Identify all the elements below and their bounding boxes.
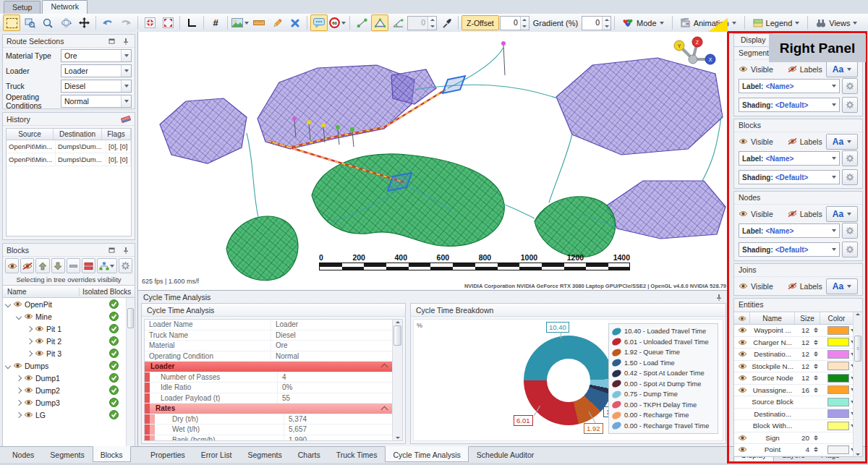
background-image-button[interactable] xyxy=(231,14,250,31)
entity-row-block-with[interactable]: Block With... xyxy=(734,420,862,432)
size-spinner[interactable] xyxy=(811,351,820,357)
gear-button[interactable] xyxy=(842,223,858,239)
redo-button[interactable] xyxy=(117,14,135,31)
block-green-left[interactable] xyxy=(226,216,298,281)
isolated-blocks-column-header[interactable]: Isolated Blocks xyxy=(79,288,135,296)
restore-window-icon[interactable] xyxy=(106,36,117,46)
chevron-down-icon[interactable] xyxy=(121,95,131,107)
expander-icon[interactable] xyxy=(16,387,22,393)
size-spinner[interactable] xyxy=(811,447,820,452)
gear-button[interactable] xyxy=(842,242,858,257)
tab-truck-times[interactable]: Truck Times xyxy=(328,447,386,462)
measure-button[interactable] xyxy=(250,14,268,31)
z-offset-button[interactable]: Z-Offset xyxy=(461,15,499,30)
entities-header[interactable]: Name Size Color xyxy=(734,312,862,325)
z-offset-spinner[interactable]: 0 xyxy=(500,16,529,30)
eye-icon[interactable] xyxy=(24,411,33,419)
color-swatch[interactable] xyxy=(827,374,849,383)
isolate-blocks-button[interactable] xyxy=(82,258,95,273)
segment-button[interactable] xyxy=(353,14,370,31)
axis-gizmo[interactable]: Y Z X xyxy=(671,36,716,75)
views-menu[interactable]: Views xyxy=(811,15,862,30)
eye-icon[interactable] xyxy=(734,327,750,333)
font-button[interactable]: Aa xyxy=(826,61,858,77)
tab-error-list[interactable]: Error List xyxy=(193,447,240,462)
eye-icon[interactable] xyxy=(734,375,750,381)
restore-window-icon[interactable] xyxy=(106,245,117,255)
chevron-down-icon[interactable] xyxy=(121,65,131,77)
viewport-3d[interactable]: Y Z X 0200400600800100012001400 625 fps … xyxy=(138,32,729,290)
size-spinner[interactable] xyxy=(811,340,820,345)
tab-network[interactable]: Network xyxy=(42,0,88,14)
eraser-icon[interactable] xyxy=(120,114,131,124)
field-dropdown[interactable]: Ore xyxy=(61,49,132,62)
history-column-header[interactable]: Destination xyxy=(54,129,102,140)
grid-row-material[interactable]: MaterialOre xyxy=(145,341,393,351)
tab-setup[interactable]: Setup xyxy=(4,1,41,14)
tree-item-dump1[interactable]: Dump1 xyxy=(3,372,135,384)
entity-row-waypoint[interactable]: Waypoint ...12 xyxy=(734,325,862,337)
blocks-column-headers[interactable]: Name Isolated Blocks xyxy=(3,285,135,298)
grid-row-number-of-passes[interactable]: Number of Passes4 xyxy=(145,372,393,383)
zoom-extents-button[interactable] xyxy=(159,14,176,31)
comment-button[interactable] xyxy=(310,14,328,31)
expander-icon[interactable] xyxy=(16,399,22,405)
tree-item-mine[interactable]: Mine xyxy=(3,310,135,323)
font-button[interactable]: Aa xyxy=(826,278,858,294)
size-column-header[interactable]: Size xyxy=(795,312,820,324)
labels-toggle[interactable]: Labels xyxy=(788,65,822,74)
expander-icon[interactable] xyxy=(5,301,11,307)
gradient-spinner[interactable]: 0 xyxy=(582,16,611,30)
tab-cycle-time-analysis[interactable]: Cycle Time Analysis xyxy=(385,446,468,462)
color-swatch[interactable] xyxy=(827,398,849,406)
eye-icon[interactable] xyxy=(13,300,22,309)
grid-row-loader-name[interactable]: Loader NameLoader xyxy=(145,320,393,330)
entity-row-sign[interactable]: Sign20 xyxy=(734,432,862,445)
tree-item-pit-3[interactable]: Pit 3 xyxy=(3,347,135,359)
zoom-button[interactable] xyxy=(39,14,56,31)
tree-item-dump3[interactable]: Dump3 xyxy=(3,396,135,409)
name-column-header[interactable]: Name xyxy=(750,312,795,324)
legend-menu[interactable]: Legend xyxy=(748,15,805,30)
move-up-button[interactable] xyxy=(35,258,49,273)
gear-button[interactable] xyxy=(842,169,858,185)
entity-row-destinatio[interactable]: Destinatio...12 xyxy=(734,349,862,361)
section-header-loader[interactable]: Loader xyxy=(145,362,393,372)
size-spinner[interactable] xyxy=(811,364,820,369)
zoom-window-button[interactable] xyxy=(21,14,38,31)
tab-segments[interactable]: Segments xyxy=(42,447,92,462)
gear-button[interactable] xyxy=(842,97,858,113)
eye-icon[interactable] xyxy=(24,386,33,395)
size-spinner[interactable] xyxy=(811,388,820,393)
fit-window-button[interactable] xyxy=(141,14,158,31)
section-subheader-rates[interactable]: Rates xyxy=(145,404,393,414)
eye-icon[interactable] xyxy=(734,435,750,441)
eye-icon[interactable] xyxy=(35,349,44,358)
eye-icon[interactable] xyxy=(734,363,750,370)
color-swatch[interactable] xyxy=(827,422,849,430)
clear-isolation-button[interactable] xyxy=(67,258,80,273)
triangle-select-button[interactable] xyxy=(371,14,388,31)
grid-row-wet-t-h[interactable]: Wet (t/h)5,657 xyxy=(145,425,393,435)
hide-blocks-button[interactable] xyxy=(20,258,34,273)
color-swatch[interactable] xyxy=(827,385,849,394)
chevron-down-icon[interactable] xyxy=(121,50,131,61)
tree-item-openpit[interactable]: OpenPit xyxy=(3,298,135,310)
hierarchy-mode-button[interactable] xyxy=(97,258,117,273)
entity-row-point[interactable]: Point4 xyxy=(734,444,862,456)
eye-icon[interactable] xyxy=(734,339,750,346)
block-purple-left[interactable] xyxy=(160,98,247,163)
angle-measure-button[interactable] xyxy=(389,14,407,31)
color-swatch[interactable] xyxy=(827,350,849,359)
size-spinner[interactable] xyxy=(811,328,820,333)
grid-row-dry-t-h[interactable]: Dry (t/h)5,374 xyxy=(145,414,393,425)
select-rectangle-button[interactable] xyxy=(3,14,20,31)
undo-button[interactable] xyxy=(99,14,116,31)
label-field[interactable]: Label:<Name> xyxy=(739,151,840,166)
move-down-button[interactable] xyxy=(51,258,65,273)
tree-item-pit-2[interactable]: Pit 2 xyxy=(3,335,135,347)
name-column-header[interactable]: Name xyxy=(3,288,79,296)
eye-icon[interactable] xyxy=(13,362,22,370)
visible-toggle[interactable]: Visible xyxy=(739,282,773,291)
eye-icon[interactable] xyxy=(24,398,33,407)
